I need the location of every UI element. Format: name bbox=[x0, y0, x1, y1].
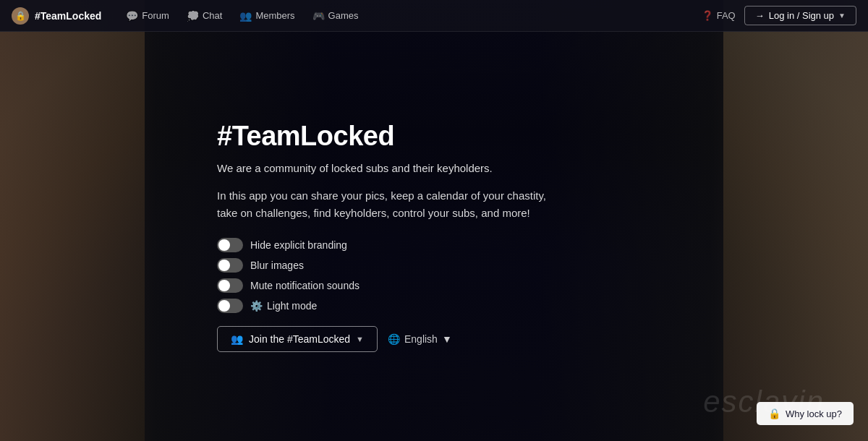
nav-link-games-label: Games bbox=[328, 10, 359, 21]
nav-link-chat[interactable]: 💭 Chat bbox=[179, 6, 229, 26]
toggle-lightmode-label: ⚙️ Light mode bbox=[250, 300, 317, 312]
nav-faq[interactable]: ❓ FAQ bbox=[702, 10, 736, 21]
hero-description: In this app you can share your pics, kee… bbox=[217, 187, 564, 222]
login-chevron-icon: ▼ bbox=[838, 12, 846, 20]
toggle-branding[interactable] bbox=[217, 238, 243, 252]
join-label: Join the #TeamLocked bbox=[249, 333, 350, 345]
members-icon: 👥 bbox=[239, 10, 252, 22]
navbar: 🔒 #TeamLocked 💬 Forum 💭 Chat 👥 Members 🎮… bbox=[0, 0, 868, 32]
chat-icon: 💭 bbox=[187, 10, 199, 22]
why-lockup-label: Why lock up? bbox=[786, 408, 842, 419]
toggle-branding-label: Hide explicit branding bbox=[250, 239, 347, 251]
toggle-mute[interactable] bbox=[217, 278, 243, 293]
toggle-mute-label: Mute notification sounds bbox=[250, 280, 359, 291]
faq-label: FAQ bbox=[717, 10, 736, 21]
why-lockup-button[interactable]: 🔒 Why lock up? bbox=[757, 402, 854, 425]
toggle-blur[interactable] bbox=[217, 258, 243, 273]
nav-link-members-label: Members bbox=[255, 10, 294, 21]
main-content: #TeamLocked We are a community of locked… bbox=[0, 32, 868, 441]
toggle-row-branding: Hide explicit branding bbox=[217, 238, 564, 252]
join-chevron-icon: ▼ bbox=[356, 335, 364, 343]
login-label: Log in / Sign up bbox=[769, 10, 834, 21]
toggle-row-mute: Mute notification sounds bbox=[217, 278, 564, 293]
nav-link-games[interactable]: 🎮 Games bbox=[305, 6, 366, 26]
nav-link-forum[interactable]: 💬 Forum bbox=[119, 6, 176, 26]
language-flag-icon: 🌐 bbox=[388, 333, 400, 345]
login-icon: → bbox=[755, 10, 765, 21]
toggle-row-blur: Blur images bbox=[217, 258, 564, 273]
toggle-row-lightmode: ⚙️ Light mode bbox=[217, 299, 564, 313]
hero-panel: #TeamLocked We are a community of locked… bbox=[217, 121, 564, 352]
nav-link-chat-label: Chat bbox=[203, 10, 222, 21]
login-button[interactable]: → Log in / Sign up ▼ bbox=[744, 6, 856, 25]
join-icon: 👥 bbox=[231, 333, 243, 345]
forum-icon: 💬 bbox=[126, 10, 138, 22]
join-button[interactable]: 👥 Join the #TeamLocked ▼ bbox=[217, 326, 378, 352]
lightmode-icon: ⚙️ bbox=[250, 300, 263, 312]
nav-brand[interactable]: 🔒 #TeamLocked bbox=[12, 7, 101, 25]
hero-title: #TeamLocked bbox=[217, 121, 564, 152]
nav-right: ❓ FAQ → Log in / Sign up ▼ bbox=[702, 6, 856, 25]
hero-subtitle: We are a community of locked subs and th… bbox=[217, 160, 564, 177]
toggle-lightmode[interactable] bbox=[217, 299, 243, 313]
toggle-blur-label: Blur images bbox=[250, 260, 304, 271]
language-chevron-icon: ▼ bbox=[442, 333, 452, 345]
games-icon: 🎮 bbox=[312, 10, 325, 22]
nav-brand-name: #TeamLocked bbox=[35, 10, 101, 22]
why-lock-icon: 🔒 bbox=[768, 408, 780, 419]
nav-link-members[interactable]: 👥 Members bbox=[232, 6, 302, 26]
language-button[interactable]: 🌐 English ▼ bbox=[388, 333, 452, 345]
nav-logo-icon: 🔒 bbox=[12, 7, 29, 25]
nav-links: 💬 Forum 💭 Chat 👥 Members 🎮 Games bbox=[119, 6, 701, 26]
buttons-row: 👥 Join the #TeamLocked ▼ 🌐 English ▼ bbox=[217, 326, 564, 352]
language-label: English bbox=[404, 333, 438, 345]
faq-icon: ❓ bbox=[702, 10, 713, 21]
nav-link-forum-label: Forum bbox=[142, 10, 169, 21]
